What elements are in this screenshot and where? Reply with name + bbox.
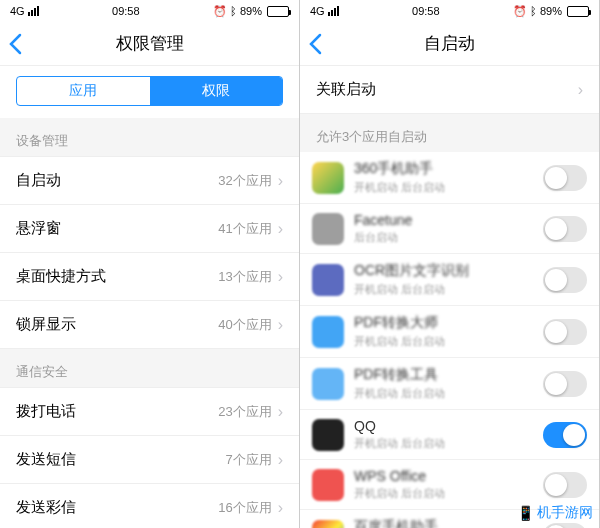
app-name: WPS Office bbox=[354, 468, 533, 484]
status-bar: 4G 09:58 ⏰ ᛒ 89% bbox=[300, 0, 599, 22]
app-icon bbox=[312, 419, 344, 451]
autostart-toggle[interactable] bbox=[543, 267, 587, 293]
autostart-toggle[interactable] bbox=[543, 319, 587, 345]
autostart-toggle[interactable] bbox=[543, 472, 587, 498]
page-title: 自启动 bbox=[300, 32, 599, 55]
status-bar: 4G 09:58 ⏰ ᛒ 89% bbox=[0, 0, 299, 22]
chevron-left-icon bbox=[8, 33, 22, 55]
app-row[interactable]: 360手机助手开机启动 后台启动 bbox=[300, 152, 599, 204]
cell-title: 自启动 bbox=[16, 171, 61, 190]
autostart-toggle[interactable] bbox=[543, 422, 587, 448]
app-row[interactable]: PDF转换工具开机启动 后台启动 bbox=[300, 358, 599, 410]
status-time: 09:58 bbox=[112, 5, 140, 17]
app-name: PDF转换大师 bbox=[354, 314, 533, 332]
app-text: Facetune后台启动 bbox=[354, 212, 533, 245]
app-icon bbox=[312, 316, 344, 348]
chevron-right-icon: › bbox=[278, 172, 283, 190]
alarm-icon: ⏰ bbox=[513, 5, 527, 18]
app-name: PDF转换工具 bbox=[354, 366, 533, 384]
chevron-right-icon: › bbox=[278, 451, 283, 469]
segment-permission[interactable]: 权限 bbox=[150, 77, 283, 105]
app-row[interactable]: QQ开机启动 后台启动 bbox=[300, 410, 599, 460]
back-button[interactable] bbox=[8, 33, 22, 55]
app-row[interactable]: Facetune后台启动 bbox=[300, 204, 599, 254]
segment-app[interactable]: 应用 bbox=[17, 77, 150, 105]
phone-left: 4G 09:58 ⏰ ᛒ 89% 权限管理 应用 权限 设备管理 自启动32个应… bbox=[0, 0, 300, 528]
cell-title: 发送彩信 bbox=[16, 498, 76, 517]
app-text: PDF转换大师开机启动 后台启动 bbox=[354, 314, 533, 349]
app-row[interactable]: PDF转换大师开机启动 后台启动 bbox=[300, 306, 599, 358]
app-row[interactable]: WPS Office开机启动 后台启动 bbox=[300, 460, 599, 510]
app-list: 360手机助手开机启动 后台启动Facetune后台启动OCR图片文字识别开机启… bbox=[300, 152, 599, 528]
app-sub: 后台启动 bbox=[354, 230, 533, 245]
chevron-right-icon: › bbox=[278, 499, 283, 517]
signal-icon bbox=[28, 6, 39, 16]
settings-cell[interactable]: 自启动32个应用› bbox=[0, 156, 299, 205]
allow-header: 允许3个应用自启动 bbox=[300, 114, 599, 152]
settings-cell[interactable]: 锁屏显示40个应用› bbox=[0, 301, 299, 349]
settings-cell[interactable]: 悬浮窗41个应用› bbox=[0, 205, 299, 253]
network-label: 4G bbox=[10, 5, 25, 17]
status-time: 09:58 bbox=[412, 5, 440, 17]
segment-control-wrap: 应用 权限 bbox=[0, 66, 299, 118]
bluetooth-icon: ᛒ bbox=[530, 5, 537, 17]
app-row[interactable]: OCR图片文字识别开机启动 后台启动 bbox=[300, 254, 599, 306]
settings-cell[interactable]: 拨打电话23个应用› bbox=[0, 387, 299, 436]
app-text: PDF转换工具开机启动 后台启动 bbox=[354, 366, 533, 401]
chevron-right-icon: › bbox=[278, 220, 283, 238]
app-icon bbox=[312, 264, 344, 296]
cell-value: 13个应用 bbox=[218, 268, 271, 286]
section-header-comm: 通信安全 bbox=[0, 349, 299, 387]
chevron-right-icon: › bbox=[278, 403, 283, 421]
cell-title: 悬浮窗 bbox=[16, 219, 61, 238]
app-icon bbox=[312, 368, 344, 400]
chevron-right-icon: › bbox=[578, 81, 583, 99]
cell-title: 桌面快捷方式 bbox=[16, 267, 106, 286]
segment-control: 应用 权限 bbox=[16, 76, 283, 106]
app-sub: 开机启动 后台启动 bbox=[354, 436, 533, 451]
cell-value: 7个应用 bbox=[225, 451, 271, 469]
autostart-toggle[interactable] bbox=[543, 371, 587, 397]
watermark-icon: 📱 bbox=[517, 505, 534, 521]
autostart-toggle[interactable] bbox=[543, 523, 587, 529]
section-header-device: 设备管理 bbox=[0, 118, 299, 156]
app-sub: 开机启动 后台启动 bbox=[354, 180, 533, 195]
cell-value: 16个应用 bbox=[218, 499, 271, 517]
network-label: 4G bbox=[310, 5, 325, 17]
app-name: OCR图片文字识别 bbox=[354, 262, 533, 280]
settings-cell[interactable]: 发送彩信16个应用› bbox=[0, 484, 299, 528]
app-sub: 开机启动 后台启动 bbox=[354, 282, 533, 297]
app-text: QQ开机启动 后台启动 bbox=[354, 418, 533, 451]
app-sub: 开机启动 后台启动 bbox=[354, 486, 533, 501]
cell-title: 发送短信 bbox=[16, 450, 76, 469]
link-row-associated[interactable]: 关联启动 › bbox=[300, 66, 599, 114]
settings-cell[interactable]: 发送短信7个应用› bbox=[0, 436, 299, 484]
app-icon bbox=[312, 213, 344, 245]
watermark-text: 机手游网 bbox=[537, 504, 593, 522]
app-name: QQ bbox=[354, 418, 533, 434]
cell-value: 32个应用 bbox=[218, 172, 271, 190]
app-icon bbox=[312, 520, 344, 529]
watermark: 📱 机手游网 bbox=[517, 504, 593, 522]
signal-icon bbox=[328, 6, 339, 16]
chevron-right-icon: › bbox=[278, 268, 283, 286]
settings-list: 设备管理 自启动32个应用›悬浮窗41个应用›桌面快捷方式13个应用›锁屏显示4… bbox=[0, 118, 299, 528]
page-title: 权限管理 bbox=[0, 32, 299, 55]
chevron-right-icon: › bbox=[278, 316, 283, 334]
battery-pct: 89% bbox=[240, 5, 262, 17]
autostart-toggle[interactable] bbox=[543, 216, 587, 242]
app-name: Facetune bbox=[354, 212, 533, 228]
cell-value: 23个应用 bbox=[218, 403, 271, 421]
cell-value: 40个应用 bbox=[218, 316, 271, 334]
nav-bar: 自启动 bbox=[300, 22, 599, 66]
settings-cell[interactable]: 桌面快捷方式13个应用› bbox=[0, 253, 299, 301]
app-text: 360手机助手开机启动 后台启动 bbox=[354, 160, 533, 195]
app-sub: 开机启动 后台启动 bbox=[354, 334, 533, 349]
autostart-toggle[interactable] bbox=[543, 165, 587, 191]
app-icon bbox=[312, 469, 344, 501]
back-button[interactable] bbox=[308, 33, 322, 55]
app-text: WPS Office开机启动 后台启动 bbox=[354, 468, 533, 501]
cell-title: 锁屏显示 bbox=[16, 315, 76, 334]
app-name: 360手机助手 bbox=[354, 160, 533, 178]
phone-right: 4G 09:58 ⏰ ᛒ 89% 自启动 关联启动 › 允许3个应用自启动 36… bbox=[300, 0, 600, 528]
